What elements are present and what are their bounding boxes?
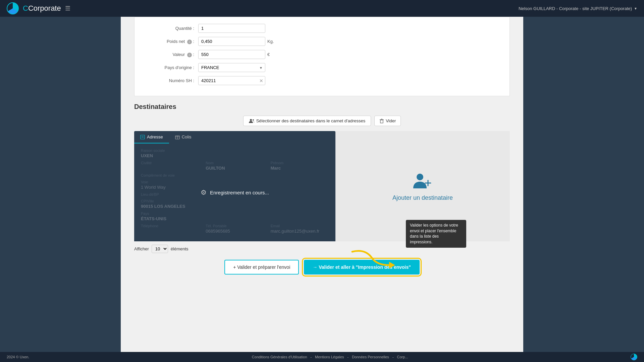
svg-point-1	[253, 119, 254, 121]
footer-links: Conditions Générales d'Utilisation - Men…	[252, 355, 408, 359]
footer: 2024 © Uxen. Conditions Générales d'Util…	[0, 352, 644, 362]
user-label: Nelson GUILLARD - Corporate - site JUPIT…	[519, 6, 632, 11]
destinataires-title: Destinataires	[134, 103, 510, 111]
vider-button[interactable]: Vider	[374, 116, 401, 126]
footer-cgu-link[interactable]: Conditions Générales d'Utilisation	[252, 355, 307, 359]
quantite-label: Quantité :	[145, 26, 198, 31]
select-from-address-book-button[interactable]: Sélectionner des destinataires dans le c…	[243, 116, 371, 126]
nav-left: CCorporate ☰	[7, 2, 70, 14]
package-tab-icon	[175, 135, 180, 139]
sh-label: Numéro SH :	[145, 78, 198, 83]
footer-donnees-link[interactable]: Données Personnelles	[352, 355, 389, 359]
quantite-input[interactable]	[198, 24, 265, 33]
add-person-icon	[413, 171, 433, 191]
recipient-card: Adresse Colis Raison sociale UXEN	[134, 131, 335, 241]
address-tab-icon	[140, 135, 145, 139]
pays-select[interactable]: FRANCE	[198, 63, 265, 72]
app-title: CCorporate	[23, 4, 61, 13]
elements-label: éléments	[171, 246, 189, 251]
valeur-info-icon[interactable]: i	[187, 53, 192, 57]
footer-corp-link[interactable]: Corp...	[397, 355, 408, 359]
sh-input-wrapper: ✕	[198, 76, 265, 85]
top-navigation: CCorporate ☰ Nelson GUILLARD - Corporate…	[0, 0, 644, 17]
pays-origine-label: Pays d'origine :	[145, 65, 198, 70]
main-content: Quantité : Poids net i : Kg. Valeur i : …	[121, 17, 523, 352]
footer-copyright: 2024 © Uxen.	[7, 355, 29, 359]
saving-content: ⚙ Enregistrement en cours...	[201, 188, 269, 196]
pays-origine-row: Pays d'origine : FRANCE ▼	[145, 63, 499, 72]
per-page-select[interactable]: 10 25 50	[152, 245, 168, 253]
app-title-c: C	[23, 4, 28, 12]
add-recipient-text: Ajouter un destinataire	[392, 194, 453, 201]
footer-mentions-link[interactable]: Mentions Légales	[315, 355, 344, 359]
valeur-row: Valeur i : €	[145, 50, 499, 59]
product-form: Quantité : Poids net i : Kg. Valeur i : …	[134, 17, 510, 96]
poids-label: Poids net i :	[145, 39, 198, 44]
saving-text: Enregistrement en cours...	[210, 190, 269, 195]
hamburger-menu[interactable]: ☰	[65, 5, 70, 12]
afficher-label: Afficher	[134, 246, 149, 251]
poids-row: Poids net i : Kg.	[145, 37, 499, 46]
sh-row: Numéro SH : ✕	[145, 76, 499, 85]
yellow-arrow	[345, 248, 399, 276]
valeur-label: Valeur i :	[145, 52, 198, 57]
valider-prep-button[interactable]: + Valider et préparer l'envoi	[224, 260, 299, 275]
trash-icon	[379, 119, 384, 123]
user-dropdown-arrow: ▼	[634, 7, 637, 10]
valeur-unit: €	[267, 52, 270, 57]
dest-action-buttons: Sélectionner des destinataires dans le c…	[134, 116, 510, 126]
bottom-actions: Valider les options de votre envoi et pl…	[134, 260, 510, 275]
pays-select-wrapper: FRANCE ▼	[198, 63, 265, 72]
svg-point-11	[417, 174, 423, 180]
tab-colis[interactable]: Colis	[169, 131, 198, 143]
saving-overlay: ⚙ Enregistrement en cours...	[134, 143, 335, 241]
sh-input[interactable]	[198, 76, 265, 85]
svg-rect-2	[380, 120, 383, 123]
svg-rect-5	[141, 135, 145, 139]
poids-info-icon[interactable]: i	[187, 40, 192, 44]
app-logo	[7, 2, 19, 14]
tab-adresse[interactable]: Adresse	[134, 131, 169, 143]
card-body: Raison sociale UXEN Civilité Nom GUILTON…	[134, 143, 335, 241]
poids-unit: Kg.	[267, 39, 274, 44]
footer-logo	[631, 354, 637, 360]
user-info[interactable]: Nelson GUILLARD - Corporate - site JUPIT…	[519, 6, 637, 11]
tooltip-box: Valider les options de votre envoi et pl…	[406, 220, 466, 248]
address-book-icon	[249, 119, 254, 123]
sh-clear-button[interactable]: ✕	[259, 78, 263, 83]
quantite-row: Quantité :	[145, 24, 499, 33]
svg-marker-14	[389, 262, 395, 268]
gear-icon: ⚙	[201, 188, 207, 196]
svg-point-0	[250, 119, 252, 121]
card-tabs: Adresse Colis	[134, 131, 335, 143]
poids-input[interactable]	[198, 37, 265, 46]
valeur-input[interactable]	[198, 50, 265, 59]
